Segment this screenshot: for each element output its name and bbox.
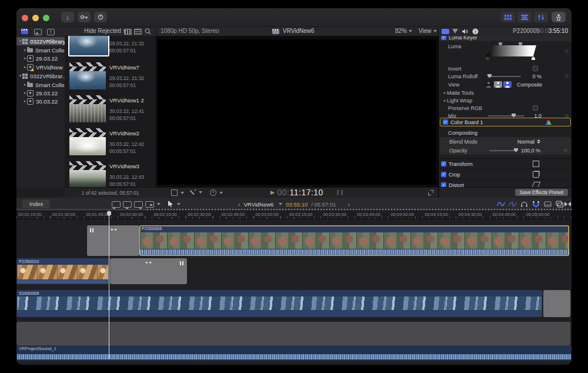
browser-clip[interactable] (69, 170, 106, 187)
transform-icon[interactable] (533, 161, 539, 167)
clip-appearance-icon[interactable] (544, 201, 552, 208)
skimming-icon[interactable] (497, 201, 505, 208)
audio-meters-icon[interactable] (337, 190, 343, 195)
photos-audio-icon[interactable] (34, 29, 42, 35)
view-matte-button[interactable] (485, 81, 493, 88)
project-title[interactable]: VRVidNew6 (243, 201, 273, 208)
fullscreen-window-button[interactable] (43, 15, 49, 21)
search-icon[interactable] (145, 28, 151, 35)
param-value[interactable]: 100,0 % (521, 148, 540, 154)
effect-header-luma-keyer[interactable]: ✓ Luma Keyer (439, 36, 572, 41)
mix-slider[interactable] (488, 115, 524, 116)
browser-clip[interactable] (69, 71, 106, 89)
disclosure-closed-icon[interactable]: ▸ (443, 98, 447, 103)
fullscreen-icon[interactable] (428, 190, 433, 195)
audio-skimming-icon[interactable] (509, 201, 517, 208)
section-light-wrap[interactable]: ▸ Light Wrap (439, 96, 572, 104)
keyframe-diamond-icon[interactable]: ◇ (565, 74, 569, 79)
playhead[interactable] (109, 211, 109, 359)
clip-chevron-strip[interactable] (69, 95, 106, 104)
keyframe-diamond-icon[interactable]: ◇ (564, 148, 567, 153)
clip-chevron-strip[interactable] (69, 128, 106, 137)
distort-icon[interactable] (532, 182, 540, 187)
keyframe-diamond-icon[interactable]: ◇ (565, 48, 569, 54)
section-matte-tools[interactable]: ▸ Matte Tools (439, 89, 572, 96)
browser-clip-selected[interactable] (68, 36, 109, 56)
luma-gradient[interactable] (486, 45, 536, 56)
clip-chevron-strip[interactable] (69, 62, 106, 71)
slider-knob[interactable] (514, 148, 518, 152)
titles-generators-icon[interactable]: T (47, 29, 55, 35)
minimize-window-button[interactable] (32, 15, 39, 21)
transform-enable-checkbox[interactable]: ✓ (441, 161, 446, 166)
sidebar-item-event[interactable]: ▸★29.03.22 (16, 54, 65, 62)
sidebar-item-event[interactable]: ▸★29.03.22 (16, 89, 65, 97)
sidebar-item-smart-collection[interactable]: ▸Smart Colle... (16, 46, 65, 54)
timeline-clip-audio[interactable]: VRProjectSound_1 (16, 345, 572, 361)
crop-icon[interactable] (533, 171, 539, 178)
clip-chevron-strip[interactable] (69, 161, 106, 170)
keywords-button[interactable] (78, 12, 91, 22)
effect-color-board-selected[interactable]: ✓ Color Board 1 (440, 118, 571, 126)
sidebar-item-smart-collection[interactable]: ▸Smart Colle... (16, 81, 65, 89)
luma-gradient-control[interactable] (486, 42, 536, 60)
show-browser-button[interactable] (501, 12, 515, 22)
param-value[interactable]: 0 % (532, 74, 542, 79)
sidebar-item-event[interactable]: ▸★VRVidNew (16, 63, 65, 71)
sidebar-item-library[interactable]: ▾0322VRlibrary2 (16, 37, 65, 45)
video-frame[interactable] (158, 39, 436, 185)
sidebar-item-event[interactable]: ▸★30.03.22 (16, 97, 65, 105)
timeline-appearance-icon[interactable] (556, 201, 563, 208)
gap-clip[interactable] (543, 290, 570, 317)
effect-enable-checkbox[interactable]: ✓ (443, 119, 448, 125)
color-inspector-tab[interactable] (452, 29, 458, 34)
viewer-zoom-menu[interactable]: 82% (395, 28, 412, 34)
disclosure-closed-icon[interactable]: ▸ (23, 48, 27, 52)
background-tasks-button[interactable] (94, 12, 107, 22)
view-source-button[interactable] (494, 81, 502, 88)
browser-clip[interactable] (69, 137, 106, 155)
sidebar-item-library[interactable]: ▾0322VRlibrar... (16, 72, 65, 80)
zoom-fit-icon[interactable] (564, 201, 572, 208)
disclosure-closed-icon[interactable]: ▸ (23, 82, 27, 87)
back-arrow[interactable]: ‹ (238, 201, 240, 208)
effect-enable-checkbox[interactable]: ✓ (441, 36, 446, 40)
video-inspector-tab[interactable] (442, 29, 449, 34)
disclosure-closed-icon[interactable]: ▸ (23, 99, 27, 104)
disclosure-open-icon[interactable]: ▾ (18, 74, 22, 78)
timeline-ruler[interactable]: 00:01:15:0000:01:30:0000:01:45:0000:02:0… (16, 211, 572, 219)
blend-mode-popup[interactable]: Normal (517, 139, 540, 145)
snapping-icon[interactable] (532, 201, 540, 208)
invert-checkbox[interactable] (533, 66, 538, 71)
luma-bottom-handle[interactable] (486, 56, 489, 60)
gap-clip[interactable]: ►◄ (110, 258, 187, 284)
save-effects-preset-button[interactable]: Save Effects Preset (515, 189, 569, 196)
solo-icon[interactable] (520, 201, 528, 208)
list-view-icon[interactable] (134, 29, 142, 35)
gap-clip[interactable]: ►◄ (87, 225, 139, 256)
slider-knob[interactable] (512, 114, 516, 118)
info-inspector-tab[interactable]: i (472, 28, 479, 35)
import-media-button[interactable]: ↓ (61, 12, 74, 22)
show-timeline-button[interactable] (517, 12, 532, 22)
color-board-icon[interactable] (545, 119, 552, 125)
clip-filter-menu[interactable]: Hide Rejected (84, 28, 126, 34)
disclosure-open-icon[interactable]: ▾ (18, 39, 22, 44)
opacity-slider[interactable] (489, 150, 517, 151)
timeline-clip-video[interactable]: S1630008 (16, 290, 542, 317)
timeline-clip-video[interactable]: P2250010 (16, 258, 109, 284)
disclosure-closed-icon[interactable]: ▸ (23, 65, 27, 69)
slider-knob[interactable] (487, 74, 492, 78)
browser-clip[interactable] (69, 104, 106, 122)
share-button[interactable] (552, 12, 566, 22)
disclosure-closed-icon[interactable]: ▸ (443, 91, 447, 95)
preserve-rgb-checkbox[interactable] (533, 105, 538, 111)
show-inspector-button[interactable] (534, 12, 548, 22)
filmstrip-view-icon[interactable] (124, 29, 132, 35)
viewer-view-menu[interactable]: View (419, 28, 437, 34)
audio-inspector-tab[interactable] (462, 28, 468, 35)
luma-rolloff-slider[interactable] (488, 76, 521, 77)
luma-bottom-handle[interactable] (532, 56, 535, 60)
clips-pane-icon[interactable] (21, 29, 28, 34)
distort-enable-checkbox[interactable]: ✓ (441, 182, 446, 187)
